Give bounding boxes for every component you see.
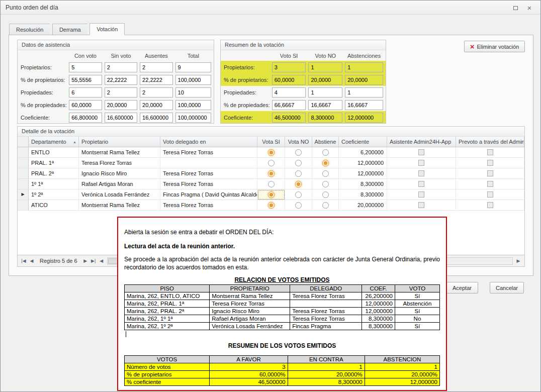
tab-resolucion[interactable]: Resolución xyxy=(9,24,50,35)
value-field[interactable]: 8,300000 xyxy=(308,113,342,123)
table-row[interactable]: 1º 1ªRafael Artigas MoranTeresa Florez T… xyxy=(18,179,524,189)
vote-no-radio[interactable] xyxy=(295,170,302,177)
value-field[interactable]: 2 xyxy=(140,62,172,72)
column-header-propietario[interactable]: Propietario xyxy=(79,137,160,147)
prevoto-checkbox[interactable] xyxy=(487,191,493,198)
value-field[interactable]: 4 xyxy=(272,87,306,97)
vote-si-radio[interactable] xyxy=(268,149,275,156)
tab-votacion[interactable]: Votación xyxy=(89,23,125,35)
first-record-button[interactable]: |◀ xyxy=(20,258,28,263)
value-field[interactable]: 5 xyxy=(69,62,102,72)
row-selector[interactable]: ▶ xyxy=(18,189,29,200)
vote-no-radio[interactable] xyxy=(295,149,302,156)
vote-si-radio[interactable] xyxy=(268,181,275,187)
vote-si-radio[interactable] xyxy=(268,202,275,209)
value-field[interactable]: 46,500000 xyxy=(272,113,306,123)
value-field[interactable]: 66,800000 xyxy=(69,113,102,123)
value-field[interactable]: 6 xyxy=(69,87,102,97)
prevoto-checkbox[interactable] xyxy=(487,149,493,155)
value-field[interactable]: 1 xyxy=(345,62,383,72)
table-row[interactable]: ENTLOMontserrat Rama TellezTeresa Florez… xyxy=(18,147,524,158)
asistente-app-checkbox[interactable] xyxy=(418,149,424,155)
column-header-departamento[interactable]: Departamento▲ xyxy=(29,137,79,147)
vote-no-cell[interactable] xyxy=(285,200,312,211)
value-field[interactable]: 3 xyxy=(272,62,306,72)
value-field[interactable]: 20,0000 xyxy=(345,75,383,85)
vote-abstiene-radio[interactable] xyxy=(322,160,329,166)
value-field[interactable]: 66,6667 xyxy=(272,100,306,110)
value-field[interactable]: 16,6667 xyxy=(308,100,342,110)
eliminar-votacion-button[interactable]: × Eliminar votación xyxy=(464,41,525,52)
scroll-right-button[interactable]: ▶ xyxy=(514,258,522,263)
vote-no-radio[interactable] xyxy=(295,181,302,187)
value-field[interactable]: 60,0000 xyxy=(69,100,102,110)
value-field[interactable]: 1 xyxy=(308,62,342,72)
value-field[interactable]: 100,0000 xyxy=(175,75,211,85)
table-row[interactable]: ATICOMontserrat Rama TellezTeresa Florez… xyxy=(18,200,524,211)
scroll-left-button[interactable]: ◀ xyxy=(98,258,106,263)
vote-si-cell[interactable] xyxy=(257,147,285,158)
restore-button[interactable] xyxy=(510,4,520,12)
vote-no-cell[interactable] xyxy=(285,189,312,200)
value-field[interactable]: 100,000000 xyxy=(175,113,211,123)
vote-si-radio[interactable] xyxy=(268,160,275,166)
value-field[interactable]: 2 xyxy=(105,87,137,97)
vote-no-cell[interactable] xyxy=(285,179,312,189)
vote-si-radio[interactable] xyxy=(268,191,275,198)
value-field[interactable]: 20,0000 xyxy=(105,100,137,110)
asistente-app-checkbox[interactable] xyxy=(418,170,424,176)
value-field[interactable]: 20,0000 xyxy=(308,75,342,85)
vote-si-cell[interactable] xyxy=(257,189,285,200)
close-button[interactable]: × xyxy=(524,4,534,12)
value-field[interactable]: 22,2222 xyxy=(140,75,172,85)
value-field[interactable]: 55,5556 xyxy=(69,75,102,85)
vote-si-cell[interactable] xyxy=(257,168,285,179)
prevoto-checkbox[interactable] xyxy=(487,170,493,176)
vote-no-radio[interactable] xyxy=(295,202,302,209)
prevoto-checkbox[interactable] xyxy=(487,202,493,208)
row-selector[interactable] xyxy=(18,200,29,211)
asistente-app-checkbox[interactable] xyxy=(418,202,424,208)
value-field[interactable]: 16,600000 xyxy=(140,113,172,123)
table-row[interactable]: PRAL. 2ªIgnacio Risco MiroTeresa Florez … xyxy=(18,168,524,179)
vote-si-cell[interactable] xyxy=(257,158,285,168)
vote-abstiene-radio[interactable] xyxy=(322,202,329,209)
column-header-asistente-app[interactable]: Asistente Admin24H-App xyxy=(387,137,456,147)
value-field[interactable]: 1 xyxy=(345,87,383,97)
column-header-coeficiente[interactable]: Coeficiente xyxy=(339,137,387,147)
value-field[interactable]: 9 xyxy=(175,62,211,72)
vote-abstiene-cell[interactable] xyxy=(312,147,339,158)
value-field[interactable]: 2 xyxy=(105,62,137,72)
prevoto-checkbox[interactable] xyxy=(487,181,493,187)
vote-no-cell[interactable] xyxy=(285,158,312,168)
vote-si-cell[interactable] xyxy=(257,179,285,189)
value-field[interactable]: 16,6667 xyxy=(345,100,383,110)
column-header-voto-delegado[interactable]: Voto delegado en xyxy=(160,137,257,147)
cancelar-button[interactable]: Cancelar xyxy=(490,282,524,293)
vote-abstiene-radio[interactable] xyxy=(322,181,329,187)
next-record-button[interactable]: ▶ xyxy=(81,258,89,263)
value-field[interactable]: 10 xyxy=(175,87,211,97)
vote-no-radio[interactable] xyxy=(295,160,302,166)
aceptar-button[interactable]: Aceptar xyxy=(446,282,478,293)
vote-abstiene-radio[interactable] xyxy=(322,170,329,177)
column-header-abstiene[interactable]: Abstiene xyxy=(312,137,339,147)
row-selector[interactable] xyxy=(18,147,29,158)
vote-si-cell[interactable] xyxy=(257,200,285,211)
value-field[interactable]: 20,0000 xyxy=(140,100,172,110)
table-row[interactable]: PRAL. 1ªTeresa Florez Torras12,000000 xyxy=(18,158,524,168)
column-header-vota-si[interactable]: Vota SI xyxy=(257,137,285,147)
vote-abstiene-radio[interactable] xyxy=(322,149,329,156)
vote-abstiene-cell[interactable] xyxy=(312,179,339,189)
row-selector[interactable] xyxy=(18,168,29,179)
vote-abstiene-cell[interactable] xyxy=(312,200,339,211)
vote-abstiene-cell[interactable] xyxy=(312,158,339,168)
asistente-app-checkbox[interactable] xyxy=(418,181,424,187)
table-row[interactable]: ▶1º 2ªVerónica Losada FerrándezFincas Pr… xyxy=(18,189,524,200)
value-field[interactable]: 16,600000 xyxy=(105,113,137,123)
tab-derrama[interactable]: Derrama xyxy=(52,24,87,35)
vote-no-cell[interactable] xyxy=(285,147,312,158)
vote-abstiene-cell[interactable] xyxy=(312,189,339,200)
row-selector[interactable] xyxy=(18,158,29,168)
vote-no-radio[interactable] xyxy=(295,191,302,198)
